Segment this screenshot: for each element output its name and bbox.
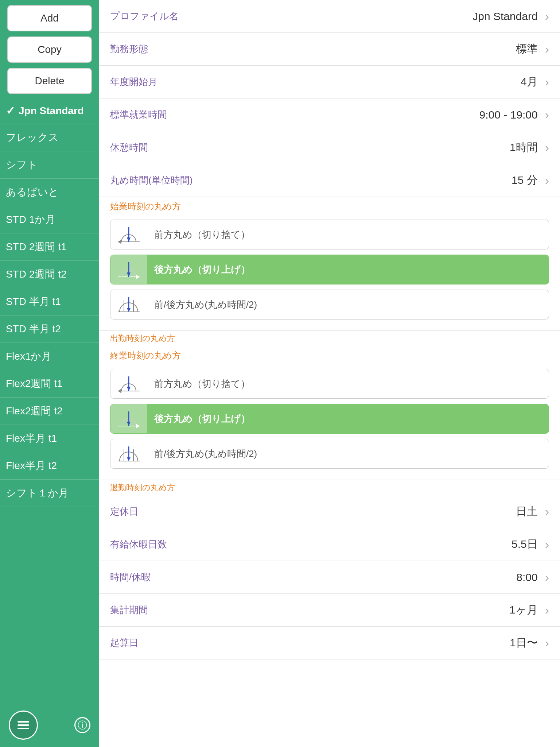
start-rounding-section-label: 始業時刻の丸め方 (99, 197, 560, 214)
sidebar-item-label: STD 2週間 t2 (6, 267, 66, 281)
profile-name-label: プロファイル名 (110, 2, 472, 31)
hourly-leave-chevron: › (545, 570, 549, 584)
aggregate-period-label: 集計期間 (110, 596, 509, 624)
paid-leave-value: 5.5日 (512, 537, 538, 552)
rounding-unit-row[interactable]: 丸め時間(単位時間) 15 分 › (99, 164, 560, 197)
sidebar-item-flex-halfmonth-t1[interactable]: Flex半月 t1 (0, 425, 99, 452)
sidebar-item-arubaito[interactable]: あるばいと (0, 179, 99, 206)
fiscal-start-row[interactable]: 年度開始月 4月 › (99, 66, 560, 98)
menu-button[interactable] (9, 711, 38, 740)
start-rounding-backward[interactable]: 後方丸め（切り上げ） (110, 255, 549, 285)
sidebar-item-std1month[interactable]: STD 1か月 (0, 206, 99, 233)
end-rounding-forward[interactable]: 前方丸め（切り捨て） (110, 369, 549, 399)
fixed-holiday-value: 日土 (516, 504, 538, 519)
profile-list: ✓Jpn StandardフレックスシフトあるばいとSTD 1か月STD 2週間… (0, 98, 99, 703)
work-hours-value: 9:00 - 19:00 (479, 109, 538, 121)
info-button[interactable]: ⓘ (74, 717, 90, 733)
sidebar-item-label: Flex2週間 t1 (6, 377, 63, 391)
work-hours-chevron: › (545, 108, 549, 122)
sidebar-item-flex2week-t2[interactable]: Flex2週間 t2 (0, 398, 99, 425)
sidebar-footer: ⓘ (0, 703, 99, 747)
svg-marker-22 (127, 422, 131, 426)
start-rounding-both[interactable]: 前/後方丸め(丸め時間/2) (110, 290, 549, 320)
svg-marker-19 (118, 389, 121, 393)
svg-marker-10 (136, 275, 140, 279)
paid-leave-label: 有給休暇日数 (110, 530, 512, 559)
hourly-leave-row[interactable]: 時間/休暇 8:00 › (99, 561, 560, 594)
end-rounding-both[interactable]: 前/後方丸め(丸め時間/2) (110, 439, 549, 469)
aggregate-period-chevron: › (545, 603, 549, 617)
fixed-holiday-label: 定休日 (110, 497, 516, 526)
fiscal-start-label: 年度開始月 (110, 67, 521, 96)
end-rounding-backward[interactable]: 後方丸め（切り上げ） (110, 404, 549, 434)
sidebar-item-label: フレックス (6, 131, 59, 144)
sidebar-item-label: Jpn Standard (19, 105, 84, 117)
end-rounding-section-label: 終業時刻の丸め方 (99, 346, 560, 363)
rounding-unit-chevron: › (545, 173, 549, 187)
fiscal-start-value: 4月 (521, 74, 538, 89)
break-time-value: 1時間 (510, 140, 538, 155)
end-rounding-both-label: 前/後方丸め(丸め時間/2) (147, 448, 549, 460)
sidebar-item-label: STD 半月 t1 (6, 295, 61, 309)
start-rounding-backward-label: 後方丸め（切り上げ） (147, 263, 549, 276)
sidebar-item-shift[interactable]: シフト (0, 151, 99, 179)
break-time-row[interactable]: 休憩時間 1時間 › (99, 131, 560, 164)
work-type-label: 勤務形態 (110, 35, 516, 63)
rounding-unit-value: 15 分 (512, 173, 538, 188)
sidebar-item-std2week-t1[interactable]: STD 2週間 t1 (0, 233, 99, 261)
svg-rect-1 (18, 724, 29, 726)
start-rounding-forward-label: 前方丸め（切り捨て） (147, 228, 549, 241)
add-button[interactable]: Add (7, 5, 92, 31)
svg-marker-28 (127, 457, 131, 461)
svg-marker-9 (127, 272, 131, 277)
start-date-label: 起算日 (110, 628, 510, 657)
copy-button[interactable]: Copy (7, 36, 92, 63)
end-rounding-group: 前方丸め（切り捨て） 後方丸め（切り上げ） (99, 363, 560, 480)
paid-leave-row[interactable]: 有給休暇日数 5.5日 › (99, 528, 560, 561)
sidebar-item-shift1month[interactable]: シフト１か月 (0, 480, 99, 507)
start-rounding-forward[interactable]: 前方丸め（切り捨て） (110, 220, 549, 249)
svg-marker-5 (127, 237, 131, 242)
sidebar-item-std-halfmonth-t1[interactable]: STD 半月 t1 (0, 288, 99, 316)
profile-name-row[interactable]: プロファイル名 Jpn Standard › (99, 0, 560, 33)
svg-marker-6 (118, 240, 121, 244)
sidebar-item-std2week-t2[interactable]: STD 2週間 t2 (0, 261, 99, 288)
start-rounding-group: 前方丸め（切り捨て） 後方丸め（切り上げ） (99, 214, 560, 331)
sidebar-item-flex1month[interactable]: Flex1か月 (0, 343, 99, 370)
sidebar-item-jpn-standard[interactable]: ✓Jpn Standard (0, 98, 99, 124)
end-rounding-backward-label: 後方丸め（切り上げ） (147, 413, 549, 425)
start-date-value: 1日〜 (510, 635, 538, 650)
end-both-icon (110, 439, 147, 468)
rounding-unit-label: 丸め時間(単位時間) (110, 166, 512, 195)
sidebar-item-flex2week-t1[interactable]: Flex2週間 t1 (0, 370, 99, 398)
depart-rounding-label: 出勤時刻の丸め方 (99, 331, 560, 346)
sidebar-item-flex[interactable]: フレックス (0, 124, 99, 151)
end-backward-selected-icon (110, 404, 147, 433)
work-type-chevron: › (545, 42, 549, 56)
sidebar-item-label: Flex半月 t1 (6, 431, 57, 445)
start-date-row[interactable]: 起算日 1日〜 › (99, 627, 560, 659)
sidebar-item-label: STD 2週間 t1 (6, 240, 66, 254)
break-time-label: 休憩時間 (110, 133, 510, 162)
fiscal-start-chevron: › (545, 75, 549, 89)
svg-rect-2 (18, 728, 29, 729)
end-rounding-forward-label: 前方丸め（切り捨て） (147, 378, 549, 390)
forward-icon (110, 220, 147, 249)
work-hours-row[interactable]: 標準就業時間 9:00 - 19:00 › (99, 98, 560, 131)
sidebar-item-label: Flex1か月 (6, 349, 51, 363)
aggregate-period-row[interactable]: 集計期間 1ヶ月 › (99, 594, 560, 627)
profile-name-chevron: › (545, 9, 549, 23)
svg-marker-23 (136, 424, 140, 428)
sidebar-item-label: STD 半月 t2 (6, 322, 61, 336)
svg-marker-15 (127, 308, 131, 312)
sidebar-item-std-halfmonth-t2[interactable]: STD 半月 t2 (0, 316, 99, 343)
aggregate-period-value: 1ヶ月 (509, 603, 538, 618)
work-type-row[interactable]: 勤務形態 標準 › (99, 33, 560, 66)
fixed-holiday-row[interactable]: 定休日 日土 › (99, 495, 560, 528)
work-hours-label: 標準就業時間 (110, 100, 479, 129)
sidebar-item-flex-halfmonth-t2[interactable]: Flex半月 t2 (0, 452, 99, 480)
svg-rect-0 (18, 721, 29, 723)
sidebar: Add Copy Delete ✓Jpn Standardフレックスシフトあるば… (0, 0, 99, 747)
fixed-holiday-chevron: › (545, 504, 549, 519)
delete-button[interactable]: Delete (7, 68, 92, 94)
